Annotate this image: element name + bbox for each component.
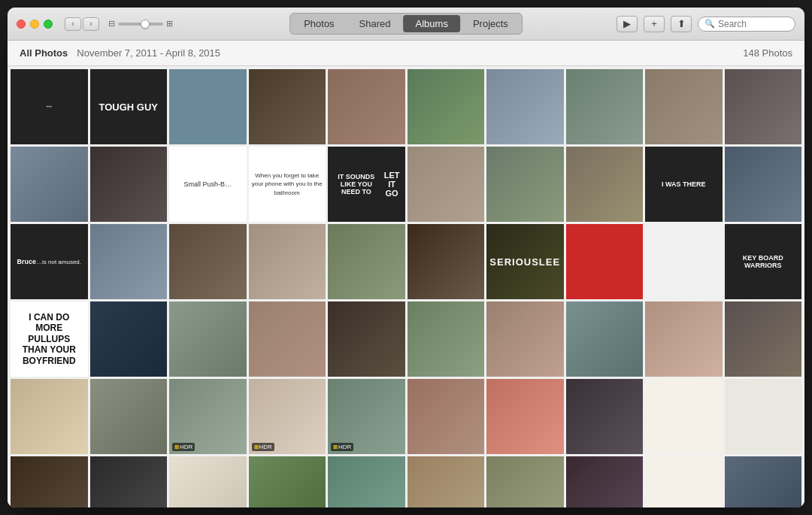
photo-thumb[interactable]: ⊞ HDR (249, 379, 326, 454)
photo-thumb[interactable] (249, 456, 326, 507)
photo-grid[interactable]: ··· TOUGH GUY Small Push-B… When you for… (8, 66, 804, 507)
minimize-button[interactable] (30, 20, 39, 29)
photo-row: Small Push-B… When you forget to take yo… (11, 147, 801, 222)
photo-thumb[interactable] (486, 379, 564, 454)
zoom-in-icon: ⊞ (166, 19, 173, 29)
photo-thumb[interactable]: ··· (11, 69, 88, 144)
photo-thumb[interactable] (725, 147, 802, 222)
zoom-slider-container: ⊟ ⊞ (108, 19, 173, 29)
photo-thumb[interactable] (90, 224, 168, 299)
photo-thumb[interactable] (566, 379, 644, 454)
photo-thumb[interactable] (249, 224, 326, 299)
photo-thumb[interactable]: KEY BOARDWARRIORS (725, 224, 802, 299)
photo-thumb[interactable] (90, 456, 168, 507)
photo-thumb[interactable] (645, 69, 723, 144)
play-button[interactable]: ▶ (617, 16, 638, 32)
add-button[interactable]: + (644, 16, 665, 32)
photo-thumb[interactable]: IT SOUNDS LIKE YOU NEED TOLET IT GO (328, 147, 405, 222)
photo-thumb[interactable] (566, 147, 644, 222)
photo-thumb[interactable] (645, 224, 723, 299)
photo-thumb[interactable] (408, 69, 485, 144)
search-icon: 🔍 (704, 19, 715, 29)
photo-thumb[interactable] (486, 301, 564, 377)
zoom-slider[interactable] (118, 23, 163, 26)
photo-thumb[interactable] (408, 147, 485, 222)
photo-thumb[interactable]: Bruce…is not amused. (11, 224, 88, 299)
photo-thumb[interactable] (11, 456, 88, 507)
photo-thumb[interactable] (90, 301, 168, 377)
photo-thumb[interactable]: ⊞ HDR (328, 379, 405, 454)
photo-thumb[interactable] (566, 69, 644, 144)
nav-buttons: ‹ › (65, 17, 99, 31)
photo-thumb[interactable] (90, 147, 168, 222)
photo-thumb[interactable] (408, 224, 485, 299)
photo-thumb[interactable]: ⊞ HDR (169, 379, 247, 454)
photo-thumb[interactable] (725, 456, 802, 507)
photo-thumb[interactable] (408, 301, 485, 377)
nav-tabs: Photos Shared Albums Projects (289, 13, 523, 35)
back-button[interactable]: ‹ (65, 17, 81, 31)
photo-thumb[interactable] (169, 456, 247, 507)
hdr-badge: ⊞ HDR (172, 443, 195, 451)
slider-thumb (141, 20, 150, 29)
photo-thumb[interactable] (725, 69, 802, 144)
photo-thumb[interactable] (566, 301, 644, 377)
photo-row: Bruce…is not amused. SERIOUSLEE KEY BOAR… (11, 224, 801, 299)
photo-thumb[interactable] (169, 301, 247, 377)
search-box[interactable]: 🔍 (698, 17, 795, 32)
photo-thumb[interactable] (725, 301, 802, 377)
photo-thumb[interactable] (90, 379, 168, 454)
photo-thumb[interactable] (486, 147, 564, 222)
zoom-out-icon: ⊟ (108, 19, 115, 29)
subtitlebar: All Photos November 7, 2011 - April 8, 2… (8, 41, 804, 66)
photo-thumb[interactable]: I CAN DOMOREPULLUPSTHAN YOURBOYFRIEND (11, 301, 88, 377)
photo-thumb[interactable] (11, 147, 88, 222)
photo-count: 148 Photos (743, 47, 792, 59)
tab-projects[interactable]: Projects (461, 15, 520, 32)
tab-photos[interactable]: Photos (292, 15, 346, 32)
photo-row: ⊞ HDR ⊞ HDR (11, 456, 801, 507)
photo-thumb[interactable]: Small Push-B… (169, 147, 247, 222)
tab-albums[interactable]: Albums (404, 15, 460, 32)
photo-row: ⊞ HDR ⊞ HDR ⊞ HDR (11, 379, 801, 454)
photo-thumb[interactable] (249, 301, 326, 377)
photo-row: ··· TOUGH GUY (11, 69, 801, 144)
photo-thumb[interactable] (169, 224, 247, 299)
breadcrumb: All Photos (20, 47, 68, 59)
date-range: November 7, 2011 - April 8, 2015 (77, 47, 220, 59)
photo-thumb[interactable]: TOUGH GUY (90, 69, 168, 144)
share-button[interactable]: ⬆ (671, 16, 692, 32)
photo-thumb[interactable]: When you forget to take your phone with … (249, 147, 326, 222)
photo-thumb[interactable] (725, 379, 802, 454)
photo-thumb[interactable] (328, 456, 405, 507)
maximize-button[interactable] (44, 20, 53, 29)
titlebar: ‹ › ⊟ ⊞ Photos Shared Albums Projects ▶ … (8, 8, 804, 41)
photo-thumb[interactable] (169, 69, 247, 144)
forward-button[interactable]: › (83, 17, 99, 31)
photo-thumb[interactable] (486, 69, 564, 144)
toolbar-right: ▶ + ⬆ 🔍 (617, 16, 795, 32)
search-input[interactable] (718, 19, 789, 29)
photo-thumb[interactable] (566, 456, 644, 507)
photo-thumb[interactable] (11, 379, 88, 454)
photo-thumb[interactable] (408, 379, 485, 454)
photo-thumb[interactable] (249, 69, 326, 144)
photo-thumb[interactable] (328, 69, 405, 144)
hdr-badge: ⊞ HDR (252, 443, 274, 451)
photo-thumb[interactable]: SERIOUSLEE (486, 224, 564, 299)
photo-thumb[interactable] (328, 224, 405, 299)
photo-thumb[interactable] (566, 224, 644, 299)
photo-row: I CAN DOMOREPULLUPSTHAN YOURBOYFRIEND (11, 301, 801, 377)
close-button[interactable] (17, 20, 26, 29)
photo-thumb[interactable] (328, 301, 405, 377)
hdr-badge: ⊞ HDR (331, 443, 353, 451)
photo-thumb[interactable] (408, 456, 485, 507)
photo-thumb[interactable]: I WAS THERE (645, 147, 723, 222)
photo-thumb[interactable] (645, 301, 723, 377)
traffic-lights (17, 20, 53, 29)
main-window: ‹ › ⊟ ⊞ Photos Shared Albums Projects ▶ … (8, 8, 804, 507)
photo-thumb[interactable]: ⊞ HDR (645, 456, 723, 507)
photo-thumb[interactable]: ⊞ HDR (486, 456, 564, 507)
tab-shared[interactable]: Shared (347, 15, 403, 32)
photo-thumb[interactable] (645, 379, 723, 454)
